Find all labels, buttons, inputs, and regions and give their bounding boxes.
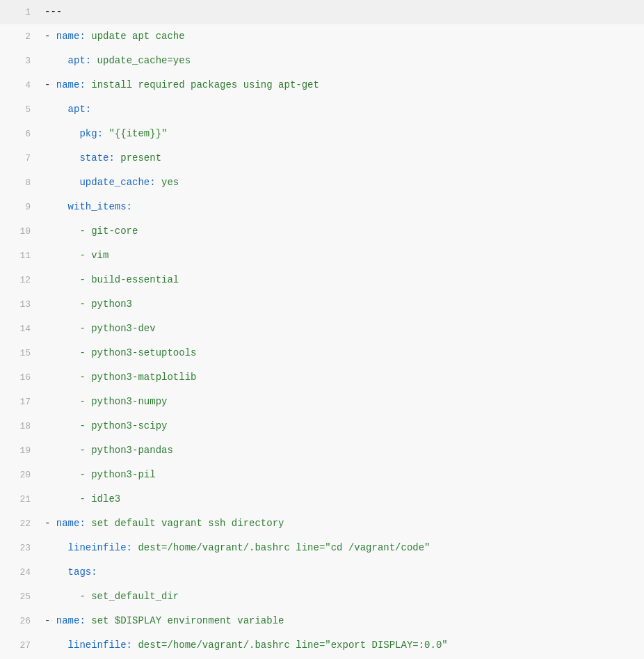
token: - — [45, 518, 56, 529]
code-line: 20 - python3-pil — [0, 463, 644, 487]
line-number: 14 — [0, 317, 42, 341]
token: present — [115, 152, 161, 164]
token: dest=/home/vagrant/.bashrc line="cd /vag… — [132, 542, 430, 553]
line-content: - python3-scipy — [42, 414, 644, 438]
line-content: - python3 — [42, 292, 644, 317]
token: "{{item}}" — [103, 128, 167, 139]
token: update_cache: — [79, 177, 155, 188]
line-content: apt: — [42, 97, 644, 122]
line-number: 23 — [0, 536, 42, 560]
code-line: 23 lineinfile: dest=/home/vagrant/.bashr… — [0, 536, 644, 560]
token: - python3 — [45, 299, 132, 310]
line-content: - python3-dev — [42, 317, 644, 341]
line-content: - python3-matplotlib — [42, 365, 644, 390]
token: - git-core — [45, 225, 138, 237]
token: - — [45, 31, 56, 42]
token: update_cache=yes — [91, 55, 191, 66]
token: dest=/home/vagrant/.bashrc line="export … — [132, 640, 448, 651]
token: - python3-scipy — [45, 420, 167, 431]
token: - set_default_dir — [45, 591, 179, 602]
line-content: - build-essential — [42, 268, 644, 292]
token: apt: — [68, 55, 92, 66]
code-line: 22- name: set default vagrant ssh direct… — [0, 511, 644, 536]
code-line: 24 tags: — [0, 560, 644, 585]
token: --- — [45, 6, 62, 17]
line-number: 19 — [0, 438, 42, 463]
line-number: 16 — [0, 365, 42, 390]
token: - python3-setuptools — [45, 347, 196, 358]
code-line: 4- name: install required packages using… — [0, 73, 644, 97]
token — [45, 201, 68, 212]
token: set $DISPLAY environment variable — [86, 615, 284, 626]
line-number: 4 — [0, 73, 42, 97]
token: state: — [79, 152, 114, 164]
token: name: — [56, 79, 86, 90]
line-number: 25 — [0, 585, 42, 609]
code-line: 17 - python3-numpy — [0, 390, 644, 414]
line-number: 6 — [0, 122, 42, 146]
line-number: 27 — [0, 633, 42, 658]
line-number: 11 — [0, 244, 42, 268]
code-line: 10 - git-core — [0, 219, 644, 244]
token: update apt cache — [86, 31, 185, 42]
token — [45, 55, 68, 66]
code-line: 8 update_cache: yes — [0, 170, 644, 195]
line-content: with_items: — [42, 195, 644, 219]
token — [45, 542, 68, 553]
line-content: lineinfile: dest=/home/vagrant/.bashrc l… — [42, 633, 644, 658]
code-line: 26- name: set $DISPLAY environment varia… — [0, 609, 644, 633]
token: - python3-matplotlib — [45, 372, 196, 383]
line-number: 8 — [0, 170, 42, 195]
token — [45, 640, 68, 651]
token: set default vagrant ssh directory — [86, 518, 284, 529]
code-line: 16 - python3-matplotlib — [0, 365, 644, 390]
code-line: 15 - python3-setuptools — [0, 341, 644, 365]
line-number: 18 — [0, 414, 42, 438]
line-number: 13 — [0, 292, 42, 317]
line-content: - git-core — [42, 219, 644, 244]
line-number: 22 — [0, 511, 42, 536]
token: - — [45, 615, 56, 626]
token: - build-essential — [45, 274, 179, 285]
code-line: 3 apt: update_cache=yes — [0, 49, 644, 73]
line-content: - name: update apt cache — [42, 24, 644, 49]
token — [45, 104, 68, 115]
code-line: 18 - python3-scipy — [0, 414, 644, 438]
token: - python3-pil — [45, 469, 156, 480]
line-content: - python3-setuptools — [42, 341, 644, 365]
token: - idle3 — [45, 493, 120, 505]
line-content: - python3-pil — [42, 463, 644, 487]
line-number: 7 — [0, 146, 42, 170]
line-content: - name: install required packages using … — [42, 73, 644, 97]
line-content: - vim — [42, 244, 644, 268]
code-line: 12 - build-essential — [0, 268, 644, 292]
token — [45, 152, 79, 164]
line-content: lineinfile: dest=/home/vagrant/.bashrc l… — [42, 536, 644, 560]
line-content: state: present — [42, 146, 644, 170]
token: name: — [56, 615, 86, 626]
token: with_items: — [68, 201, 132, 212]
code-line: 21 - idle3 — [0, 487, 644, 511]
line-content: - python3-pandas — [42, 438, 644, 463]
token: name: — [56, 31, 86, 42]
code-line: 9 with_items: — [0, 195, 644, 219]
line-number: 26 — [0, 609, 42, 633]
line-number: 21 — [0, 487, 42, 511]
line-content: pkg: "{{item}}" — [42, 122, 644, 146]
code-line: 19 - python3-pandas — [0, 438, 644, 463]
line-content: - python3-numpy — [42, 390, 644, 414]
line-content: - name: set default vagrant ssh director… — [42, 511, 644, 536]
token: pkg: — [79, 128, 103, 139]
line-number: 10 — [0, 219, 42, 244]
token: - python3-dev — [45, 323, 156, 334]
line-number: 24 — [0, 560, 42, 585]
token — [45, 128, 79, 139]
token: - vim — [45, 250, 108, 261]
line-number: 5 — [0, 97, 42, 122]
code-line: 2- name: update apt cache — [0, 24, 644, 49]
line-content: apt: update_cache=yes — [42, 49, 644, 73]
line-number: 20 — [0, 463, 42, 487]
code-line: 7 state: present — [0, 146, 644, 170]
token: tags: — [68, 566, 97, 578]
line-number: 17 — [0, 390, 42, 414]
